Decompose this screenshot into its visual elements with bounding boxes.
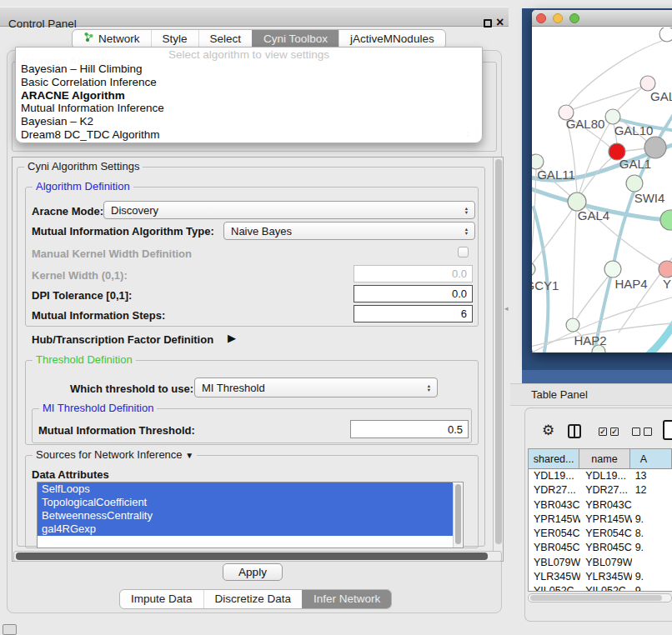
tab-jactivemnodules[interactable]: jActiveMNodules (339, 30, 445, 48)
network-node-gcy1[interactable] (532, 262, 535, 276)
close-icon[interactable]: × (496, 15, 504, 30)
mi-type-label: Mutual Information Algorithm Type: (32, 225, 214, 238)
panel-divider-arrow-icon[interactable]: ◂ (504, 304, 509, 312)
algorithm-option[interactable]: Bayesian – K2 (16, 115, 482, 128)
tab-style[interactable]: Style (151, 30, 198, 48)
table-row[interactable]: YER054CYER054C8. (529, 527, 672, 541)
aracne-mode-combobox[interactable]: Discovery ▴▾ (103, 201, 475, 219)
data-attributes-list[interactable]: SelfLoopsTopologicalCoefficientBetweenne… (37, 482, 464, 548)
table-cell: YER054C (529, 527, 580, 541)
manual-kernel-checkbox[interactable] (458, 247, 469, 258)
settings-horizontal-scrollbar[interactable] (13, 551, 502, 562)
network-view-window[interactable]: GAL8GAL80GAL10GAL1GAL11SWI4GAL4GCY1HAP4Y… (532, 10, 672, 352)
mi-steps-value: 6 (461, 308, 467, 320)
close-traffic-light-icon[interactable] (536, 13, 546, 23)
tab-cyni-toolbox[interactable]: Cyni Toolbox (252, 30, 339, 48)
bottom-tab-infer-network[interactable]: Infer Network (302, 590, 391, 608)
minimize-traffic-light-icon[interactable] (553, 13, 563, 23)
table-row[interactable]: YLR345WYLR345W9. (529, 570, 672, 584)
hub-section-label[interactable]: Hub/Transcription Factor Definition (32, 333, 213, 346)
document-icon[interactable] (663, 420, 672, 440)
algorithm-option[interactable]: Basic Correlation Inference (16, 76, 482, 89)
node-label: Y (663, 277, 671, 291)
dpi-tolerance-value: 0.0 (452, 288, 467, 300)
columns-icon[interactable] (568, 424, 581, 438)
table-cell: YIL052C (580, 584, 631, 592)
network-node-gal10[interactable] (605, 109, 620, 124)
collapsed-panel-icon[interactable] (3, 624, 17, 635)
network-node[interactable] (660, 210, 672, 230)
table-horizontal-scrollbar[interactable] (528, 593, 672, 602)
network-edge (573, 211, 576, 318)
unchecked-checkbox-icon[interactable] (632, 428, 640, 436)
spinner-arrows-icon: ▴▾ (465, 206, 468, 214)
network-node-hap4[interactable] (604, 261, 621, 278)
data-attribute-item[interactable]: SelfLoops (38, 482, 453, 496)
float-window-icon[interactable] (484, 19, 492, 28)
checked-checkbox-icon[interactable]: ✓ (599, 428, 607, 436)
dpi-tolerance-field[interactable]: 0.0 (354, 285, 473, 302)
network-node[interactable] (644, 137, 666, 158)
table-cell: YLR345W (580, 570, 631, 584)
table-row[interactable]: YIL052CYIL052C9 (529, 584, 672, 592)
data-attribute-item[interactable]: BetweennessCentrality (38, 509, 453, 522)
table-cell: YBR043C (529, 498, 580, 512)
tab-select[interactable]: Select (198, 30, 253, 48)
table-row[interactable]: YDR27...YDR27...12 (529, 483, 672, 498)
apply-button[interactable]: Apply (223, 563, 283, 581)
network-node-swi4[interactable] (626, 175, 643, 192)
which-threshold-combobox[interactable]: MI Threshold ▴▾ (194, 378, 438, 398)
network-edge (567, 121, 577, 192)
table-row[interactable]: YDL19...YDL19...13 (529, 469, 672, 483)
mi-threshold-field[interactable]: 0.5 (350, 420, 469, 438)
table-row[interactable]: YBL079WYBL079W (529, 556, 672, 570)
spinner-arrows-icon: ▴▾ (428, 383, 430, 392)
network-window-titlebar[interactable] (532, 10, 672, 27)
node-attribute-table[interactable]: shared...nameAYDL19...YDL19...13YDR27...… (528, 448, 672, 592)
unchecked-checkbox-icon[interactable] (644, 428, 652, 436)
network-canvas[interactable]: GAL8GAL80GAL10GAL1GAL11SWI4GAL4GCY1HAP4Y… (532, 28, 672, 352)
zoom-traffic-light-icon[interactable] (569, 13, 579, 23)
algorithm-option[interactable]: Dream8 DC_TDC Algorithm (16, 128, 482, 142)
column-header[interactable]: A (630, 449, 672, 469)
kernel-width-field[interactable]: 0.0 (354, 265, 473, 282)
collapse-arrow-icon[interactable]: ▼ (185, 451, 193, 460)
bottom-tab-impute-data[interactable]: Impute Data (120, 590, 203, 608)
network-node-hap2[interactable] (566, 318, 579, 332)
table-cell: YIL052C (529, 584, 580, 592)
table-cell: YBR045C (580, 541, 631, 555)
algorithm-option[interactable]: ARACNE Algorithm (16, 89, 482, 102)
network-node[interactable] (659, 28, 672, 42)
column-header[interactable]: shared... (529, 449, 579, 469)
apply-label: Apply (238, 566, 267, 578)
network-node-y[interactable] (659, 261, 672, 278)
node-label: GAL1 (619, 157, 651, 171)
mi-steps-field[interactable]: 6 (354, 305, 473, 322)
algorithm-option[interactable]: Mutual Information Inference (16, 102, 482, 115)
checked-checkbox-icon[interactable]: ✓ (610, 428, 619, 436)
list-vertical-scrollbar[interactable] (453, 483, 462, 548)
table-cell: YPR145W (580, 512, 631, 527)
column-header[interactable]: name (579, 449, 629, 469)
algorithm-definition-title: Algorithm Definition (33, 180, 133, 192)
mi-threshold-value: 0.5 (448, 423, 463, 436)
table-row[interactable]: YBR045CYBR045C9. (529, 541, 672, 555)
data-attribute-item[interactable]: TopologicalCoefficient (38, 496, 453, 509)
tab-network[interactable]: Network (73, 30, 151, 48)
expand-arrow-icon[interactable]: ▶ (228, 332, 236, 344)
mi-type-combobox[interactable]: Naive Bayes ▴▾ (223, 222, 475, 240)
mi-steps-label: Mutual Information Steps: (32, 309, 165, 322)
bottom-tab-discretize-data[interactable]: Discretize Data (203, 590, 303, 608)
data-attribute-item[interactable]: gal4RGexp (38, 522, 453, 536)
bottom-tab-label: Infer Network (313, 590, 380, 608)
algorithm-option[interactable]: Bayesian – Hill Climbing (16, 62, 482, 76)
network-tab-icon (83, 30, 94, 48)
gear-icon[interactable]: ⚙ (542, 422, 554, 439)
table-cell: 8. (632, 527, 672, 541)
network-edge (625, 148, 645, 151)
which-threshold-value: MI Threshold (202, 382, 265, 394)
table-row[interactable]: YBR043CYBR043C (529, 498, 672, 512)
settings-vertical-scrollbar[interactable] (493, 158, 503, 561)
table-row[interactable]: YPR145WYPR145W9. (529, 512, 672, 527)
node-label: GCY1 (532, 278, 559, 292)
